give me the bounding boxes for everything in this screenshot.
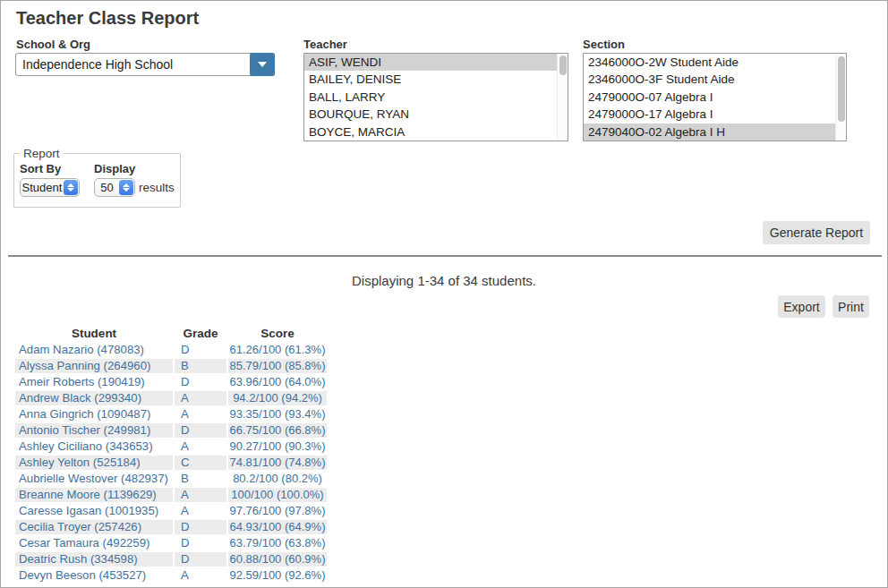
score-cell: 92.59/100 (92.6%) (228, 568, 327, 583)
student-link[interactable]: Aubrielle Westover (482937) (19, 472, 168, 485)
section-option[interactable]: 2346000O-3F Student Aide (584, 71, 846, 88)
teacher-option[interactable]: BALL, LARRY (304, 89, 568, 106)
student-report-table-container: Student Grade Score Adam Nazario (478083… (13, 324, 329, 584)
display-count-value: 50 (95, 179, 119, 196)
school-org-select[interactable]: Independence High School (15, 53, 275, 76)
student-link[interactable]: Ashley Ciciliano (343653) (19, 439, 153, 453)
teacher-option[interactable]: BAILEY, DENISE (304, 71, 568, 88)
grade-cell: D (175, 536, 226, 550)
display-count-select[interactable]: 50 (94, 178, 135, 197)
report-legend: Report (20, 147, 64, 160)
table-row: Adam Nazario (478083) D 61.26/100 (61.3%… (15, 343, 327, 357)
student-link[interactable]: Deatric Rush (334598) (19, 552, 138, 566)
student-link[interactable]: Ameir Roberts (190419) (19, 375, 145, 388)
table-row: Caresse Igasan (1001935) A 97.76/100 (97… (15, 504, 327, 518)
student-report-table: Student Grade Score Adam Nazario (478083… (13, 324, 329, 584)
sort-by-value: Student (21, 179, 64, 196)
score-cell: 60.88/100 (60.9%) (228, 552, 327, 567)
teacher-scrollbar-track[interactable] (557, 54, 568, 141)
score-cell: 74.81/100 (74.8%) (228, 456, 327, 470)
grade-cell: A (175, 504, 226, 518)
student-cell: Cecilia Troyer (257426) (15, 520, 173, 534)
score-cell: 100/100 (100.0%) (228, 488, 327, 502)
student-link[interactable]: Alyssa Panning (264960) (19, 359, 150, 372)
school-org-label: School & Org (16, 38, 90, 51)
student-cell: Cesar Tamaura (492259) (15, 536, 173, 550)
grade-cell: D (175, 552, 226, 567)
student-link[interactable]: Andrew Black (299340) (19, 391, 141, 405)
student-link[interactable]: Antonio Tischer (249981) (19, 423, 150, 437)
section-option[interactable]: 2479000O-07 Algebra I (584, 89, 846, 106)
score-cell: 94.2/100 (94.2%) (228, 391, 327, 405)
school-org-selected-value: Independence High School (22, 54, 173, 75)
grade-column-header: Grade (175, 326, 226, 341)
section-option[interactable]: 2346000O-2W Student Aide (584, 54, 846, 71)
score-cell: 90.27/100 (90.3%) (228, 439, 327, 454)
table-row: Alyssa Panning (264960) B 85.79/100 (85.… (15, 359, 327, 373)
teacher-option[interactable]: BOURQUE, RYAN (304, 106, 568, 123)
chevron-up-down-icon (119, 180, 133, 195)
student-cell: Deatric Rush (334598) (15, 552, 173, 567)
teacher-listbox[interactable]: ASIF, WENDI BAILEY, DENISE BALL, LARRY B… (303, 53, 568, 141)
student-link[interactable]: Devyn Beeson (453527) (19, 568, 146, 582)
score-cell: 97.76/100 (97.8%) (228, 504, 327, 518)
student-link[interactable]: Caresse Igasan (1001935) (19, 504, 158, 517)
score-cell: 64.93/100 (64.9%) (228, 520, 327, 534)
student-cell: Alyssa Panning (264960) (15, 359, 173, 373)
grade-cell: B (175, 472, 226, 486)
generate-report-button[interactable]: Generate Report (763, 221, 870, 244)
score-cell: 85.79/100 (85.8%) (228, 359, 327, 373)
table-row: Andrew Black (299340) A 94.2/100 (94.2%) (15, 391, 327, 405)
page-title: Teacher Class Report (16, 8, 199, 29)
sort-by-select[interactable]: Student (20, 178, 80, 197)
student-column-header: Student (15, 326, 173, 341)
teacher-label: Teacher (303, 38, 347, 51)
student-cell: Caresse Igasan (1001935) (15, 504, 173, 518)
student-link[interactable]: Breanne Moore (1139629) (19, 488, 157, 501)
score-cell: 61.26/100 (61.3%) (228, 343, 327, 357)
student-cell: Ashley Yelton (525184) (15, 456, 173, 470)
section-option[interactable]: 2479040O-02 Algebra I H (584, 124, 846, 141)
table-row: Devyn Beeson (453527) A 92.59/100 (92.6%… (15, 568, 327, 583)
student-link[interactable]: Anna Gingrich (1090487) (19, 407, 150, 421)
table-row: Ameir Roberts (190419) D 63.96/100 (64.0… (15, 375, 327, 389)
teacher-option[interactable]: ASIF, WENDI (304, 54, 568, 71)
student-cell: Ameir Roberts (190419) (15, 375, 173, 389)
student-cell: Antonio Tischer (249981) (15, 423, 173, 438)
table-row: Ashley Yelton (525184) C 74.81/100 (74.8… (15, 456, 327, 470)
student-link[interactable]: Cecilia Troyer (257426) (19, 520, 141, 533)
student-cell: Anna Gingrich (1090487) (15, 407, 173, 422)
student-link[interactable]: Adam Nazario (478083) (19, 343, 144, 356)
grade-cell: A (175, 439, 226, 454)
student-link[interactable]: Cesar Tamaura (492259) (19, 536, 149, 550)
dropdown-button[interactable] (250, 53, 275, 76)
student-cell: Adam Nazario (478083) (15, 343, 173, 357)
grade-cell: B (175, 359, 226, 373)
score-cell: 80.2/100 (80.2%) (228, 472, 327, 486)
teacher-option[interactable]: BOYCE, MARCIA (304, 124, 568, 141)
student-cell: Aubrielle Westover (482937) (15, 472, 173, 486)
grade-cell: D (175, 375, 226, 389)
student-cell: Breanne Moore (1139629) (15, 488, 173, 502)
grade-cell: D (175, 423, 226, 438)
grade-cell: A (175, 407, 226, 422)
teacher-scrollbar-thumb[interactable] (559, 55, 567, 75)
grade-cell: D (175, 520, 226, 534)
chevron-down-icon (258, 62, 267, 67)
score-cell: 66.75/100 (66.8%) (228, 423, 327, 438)
teacher-class-report-page: Teacher Class Report School & Org Indepe… (0, 0, 888, 588)
section-listbox[interactable]: 2346000O-2W Student Aide 2346000O-3F Stu… (583, 53, 847, 141)
table-row: Cecilia Troyer (257426) D 64.93/100 (64.… (15, 520, 327, 534)
table-row: Aubrielle Westover (482937) B 80.2/100 (… (15, 472, 327, 486)
table-row: Ashley Ciciliano (343653) A 90.27/100 (9… (15, 439, 327, 454)
export-button[interactable]: Export (778, 295, 825, 318)
report-fieldset: Report Sort By Student Display 50 (13, 147, 181, 208)
student-cell: Ashley Ciciliano (343653) (15, 439, 173, 454)
section-scrollbar-track[interactable] (835, 54, 846, 141)
student-link[interactable]: Ashley Yelton (525184) (19, 456, 141, 469)
grade-cell: A (175, 391, 226, 405)
table-row: Antonio Tischer (249981) D 66.75/100 (66… (15, 423, 327, 438)
section-option[interactable]: 2479000O-17 Algebra I (584, 106, 846, 123)
section-scrollbar-thumb[interactable] (838, 56, 845, 122)
print-button[interactable]: Print (832, 295, 869, 318)
